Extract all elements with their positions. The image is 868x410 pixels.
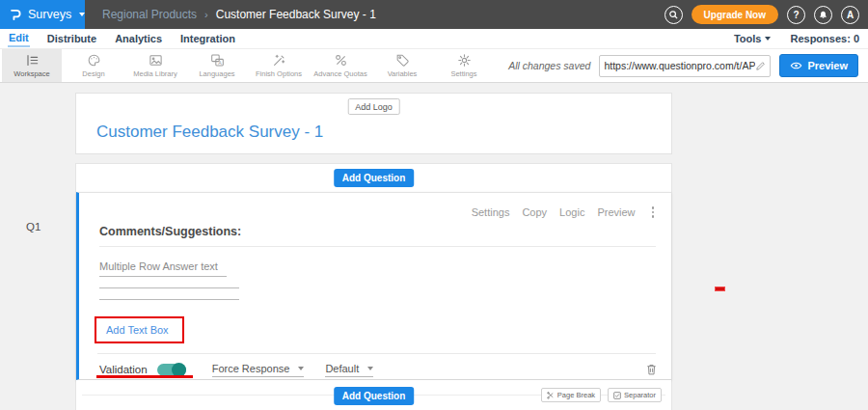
delete-question-button[interactable] [645,363,658,376]
breadcrumb-separator: › [204,9,208,20]
survey-body-block: Add Question Settings Copy Logic Preview… [75,163,672,410]
finish-options-wand-icon [272,53,286,68]
answer-row-line [99,287,239,288]
help-button[interactable]: ? [787,6,805,24]
break-buttons: Page Break Separator [541,388,662,402]
question-index-label: Q1 [26,221,41,232]
tab-finish-options[interactable]: Finish Options [249,49,309,82]
question-more-menu[interactable] [648,205,659,220]
force-response-label: Force Response [212,363,290,374]
upgrade-now-button[interactable]: Upgrade Now [692,5,778,24]
question-action-links: Settings Copy Logic Preview [472,205,658,220]
tab-label: Languages [199,69,234,78]
settings-gear-icon [457,53,472,68]
separator-label: Separator [624,391,656,399]
tab-settings[interactable]: Settings [434,49,494,82]
eye-icon [790,61,802,70]
preview-button[interactable]: Preview [779,54,858,77]
survey-editor-app: Surveys Regional Products › Customer Fee… [0,0,868,410]
tools-label: Tools [734,33,762,44]
advance-quotas-icon [334,53,348,68]
menu-item-edit[interactable]: Edit [8,30,30,47]
chevron-down-icon [367,367,373,370]
tab-label: Settings [450,69,476,78]
tab-languages[interactable]: A Languages [187,49,247,82]
annotation-red-box: Add Text Box [95,316,184,343]
menu-item-distribute[interactable]: Distribute [46,31,97,46]
answer-row-line [99,276,227,277]
validation-label: Validation [99,364,148,375]
languages-translate-icon: A [210,53,225,68]
divider [97,353,656,354]
question-copy-link[interactable]: Copy [522,206,547,218]
answer-placeholder-text[interactable]: Multiple Row Answer text [99,260,218,272]
svg-text:A: A [218,60,222,66]
toolbar-right: All changes saved Preview [508,49,868,82]
tab-workspace[interactable]: Workspace [2,49,62,82]
question-preview-link[interactable]: Preview [597,206,635,218]
preview-label: Preview [807,60,848,71]
notifications-button[interactable] [814,6,832,24]
top-navbar: Surveys Regional Products › Customer Fee… [0,0,868,29]
search-button[interactable] [665,6,683,24]
annotation-red-underline [96,375,193,378]
add-question-button-top[interactable]: Add Question [334,169,415,187]
product-name: Surveys [28,8,71,21]
tab-label: Advance Quotas [313,69,366,78]
checkbox-checked-icon [613,392,621,399]
topbar-actions: Upgrade Now ? A [665,5,868,24]
survey-url-input[interactable] [604,60,755,71]
main-menu: Edit Distribute Analytics Integration To… [0,29,868,48]
default-label: Default [325,363,359,374]
add-text-box-link[interactable]: Add Text Box [106,324,169,336]
add-question-button-bottom[interactable]: Add Question [334,387,415,405]
force-response-dropdown[interactable]: Force Response [212,363,305,377]
trash-icon [645,363,658,376]
question-settings-link[interactable]: Settings [472,206,510,218]
chevron-down-icon [765,37,771,41]
add-logo-button[interactable]: Add Logo [347,98,400,115]
validation-toggle[interactable] [157,364,186,376]
search-icon [668,10,679,20]
tab-label: Media Library [133,69,176,78]
breadcrumb-parent[interactable]: Regional Products [102,8,197,21]
surveys-product-switcher[interactable]: Surveys [0,0,85,29]
survey-header-card: Add Logo Customer Feedback Survey - 1 [75,93,672,154]
tab-variables[interactable]: Variables [372,49,432,82]
menu-right-links: Tools Responses: 0 [734,33,868,44]
answer-row-line [99,299,239,300]
survey-title[interactable]: Customer Feedback Survey - 1 [96,123,323,142]
chevron-down-icon [79,13,85,16]
tab-label: Workspace [14,69,49,78]
workspace-list-icon [25,53,40,68]
edit-pencil-icon[interactable] [755,61,766,71]
account-avatar[interactable]: A [841,6,859,24]
question-logic-link[interactable]: Logic [559,206,584,218]
responses-count-link[interactable]: Responses: 0 [790,33,859,44]
variables-tag-icon [395,53,410,68]
media-library-image-icon [149,53,163,68]
tab-design[interactable]: Design [64,49,123,82]
survey-url-box [599,55,771,77]
bell-icon [818,10,828,20]
tab-media-library[interactable]: Media Library [125,49,185,82]
question-card-q1: Settings Copy Logic Preview Comments/Sug… [76,192,671,380]
dots-vertical-icon [652,206,655,209]
separator-button[interactable]: Separator [608,388,662,402]
tab-label: Variables [388,69,418,78]
menu-item-analytics[interactable]: Analytics [114,31,163,46]
default-validation-dropdown[interactable]: Default [325,363,373,377]
page-break-button[interactable]: Page Break [541,388,601,402]
page-footer-row: Add Question Page Break Separator [76,380,671,410]
chevron-down-icon [298,367,304,370]
question-text[interactable]: Comments/Suggestions: [99,225,241,238]
tools-menu[interactable]: Tools [734,33,772,44]
menu-item-integration[interactable]: Integration [179,31,236,46]
design-palette-icon [87,53,101,68]
tab-label: Design [82,69,104,78]
breadcrumb-current: Customer Feedback Survey - 1 [216,8,376,21]
divider [99,246,656,247]
editor-toolbar: Workspace Design Media Library A Languag… [0,48,868,83]
tab-advance-quotas[interactable]: Advance Quotas [311,49,370,82]
autosave-status: All changes saved [508,60,590,71]
